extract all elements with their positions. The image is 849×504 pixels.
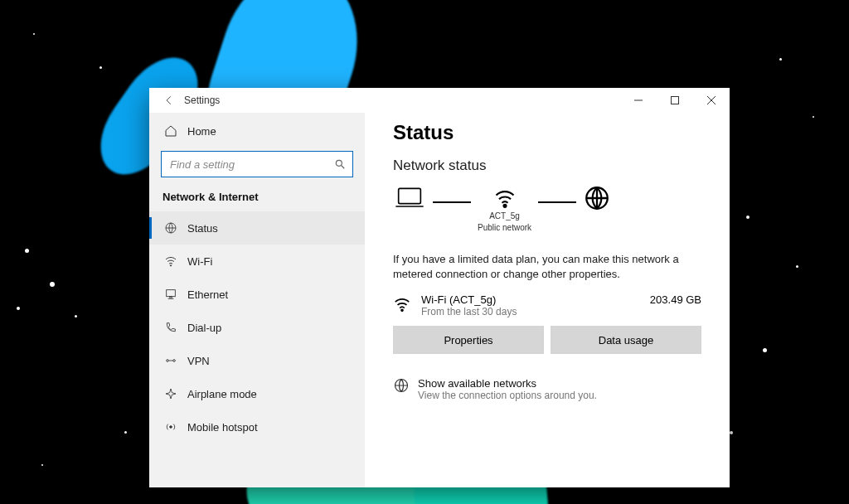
connection-sub: From the last 30 days	[421, 306, 642, 317]
svg-rect-5	[170, 297, 172, 298]
sidebar-item-status[interactable]: Status	[149, 211, 365, 245]
svg-point-1	[336, 160, 342, 166]
connection-row: Wi-Fi (ACT_5g) From the last 30 days 203…	[393, 293, 701, 317]
main-content: Status Network status ACT_5g	[365, 113, 730, 487]
sidebar-item-wifi[interactable]: Wi-Fi	[149, 245, 365, 278]
wifi-icon	[491, 187, 519, 210]
sidebar-item-label: Status	[187, 222, 218, 235]
available-networks-title: Show available networks	[418, 377, 597, 390]
page-title: Status	[393, 121, 701, 144]
maximize-button[interactable]	[657, 88, 693, 113]
titlebar: Settings	[149, 88, 730, 113]
metered-description: If you have a limited data plan, you can…	[393, 252, 691, 282]
sidebar-item-label: VPN	[187, 355, 210, 367]
sidebar-item-label: Airplane mode	[187, 388, 257, 400]
svg-point-3	[170, 265, 171, 266]
show-available-networks[interactable]: Show available networks View the connect…	[393, 377, 701, 401]
window-title: Settings	[184, 94, 220, 106]
network-diagram: ACT_5g Public network	[393, 187, 701, 232]
sidebar-item-hotspot[interactable]: Mobile hotspot	[149, 410, 365, 443]
svg-point-8	[170, 426, 172, 429]
svg-rect-4	[167, 290, 176, 297]
globe-icon	[583, 184, 611, 212]
globe-icon	[393, 377, 410, 394]
properties-button[interactable]: Properties	[393, 326, 544, 354]
sidebar-home-label: Home	[187, 125, 216, 138]
sidebar-item-airplane[interactable]: Airplane mode	[149, 377, 365, 410]
sidebar-item-label: Wi-Fi	[187, 255, 212, 268]
close-button[interactable]	[693, 88, 730, 113]
globe-icon	[163, 221, 179, 235]
sidebar-item-dialup[interactable]: Dial-up	[149, 311, 365, 344]
back-button[interactable]	[159, 90, 179, 110]
svg-rect-9	[399, 188, 421, 203]
vpn-icon	[163, 354, 179, 367]
svg-point-12	[401, 310, 403, 312]
wifi-icon	[393, 293, 413, 313]
sidebar-item-ethernet[interactable]: Ethernet	[149, 278, 365, 311]
phone-icon	[163, 321, 179, 334]
search-icon	[334, 158, 346, 170]
hotspot-icon	[163, 420, 179, 434]
wifi-icon	[163, 254, 179, 268]
diagram-wifi-name: ACT_5g	[489, 211, 520, 221]
sidebar: Home Network & Internet Status	[149, 113, 365, 487]
sidebar-items: Status Wi-Fi Ethernet Dial-up	[149, 211, 365, 487]
sidebar-item-label: Mobile hotspot	[187, 421, 258, 434]
diagram-wifi-type: Public network	[478, 223, 531, 233]
settings-window: Settings Home	[149, 88, 730, 487]
sidebar-item-vpn[interactable]: VPN	[149, 344, 365, 377]
home-icon	[163, 124, 179, 138]
available-networks-sub: View the connection options around you.	[418, 390, 597, 401]
search-input[interactable]	[168, 158, 334, 172]
connection-usage: 203.49 GB	[650, 293, 701, 306]
laptop-icon	[393, 186, 426, 211]
sidebar-item-label: Ethernet	[187, 288, 228, 301]
search-box[interactable]	[161, 151, 353, 177]
svg-rect-0	[672, 97, 679, 104]
svg-point-7	[173, 360, 176, 362]
connection-name: Wi-Fi (ACT_5g)	[421, 293, 642, 306]
data-usage-button[interactable]: Data usage	[551, 326, 701, 354]
sidebar-category: Network & Internet	[149, 186, 365, 211]
sidebar-item-label: Dial-up	[187, 322, 221, 334]
svg-point-6	[167, 360, 169, 362]
ethernet-icon	[163, 288, 179, 301]
minimize-button[interactable]	[620, 88, 657, 113]
svg-point-10	[503, 205, 506, 207]
airplane-icon	[163, 387, 179, 400]
section-title: Network status	[393, 158, 701, 174]
desktop-wallpaper: Settings Home	[0, 0, 849, 504]
sidebar-home[interactable]: Home	[149, 116, 365, 146]
